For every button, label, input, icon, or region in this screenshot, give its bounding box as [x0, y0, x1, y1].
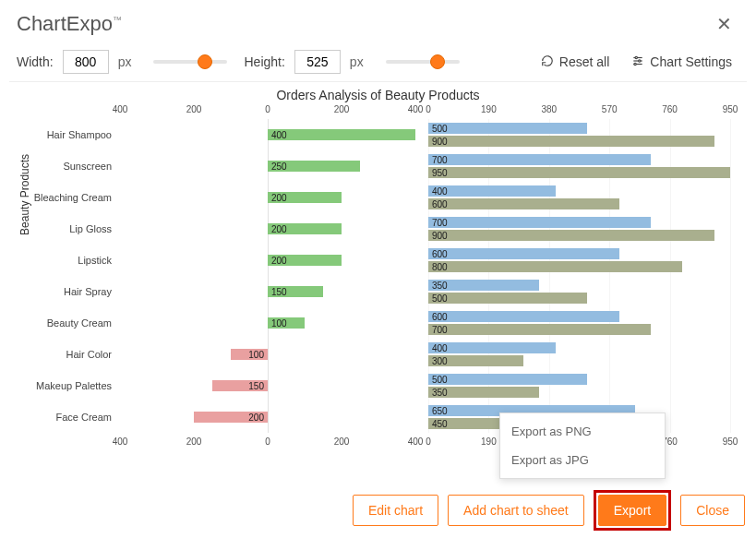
edit-chart-button[interactable]: Edit chart	[353, 495, 438, 526]
bar-value-label: 150	[271, 287, 287, 297]
left-bar: 150	[212, 380, 268, 391]
category-label: Hair Spray	[64, 286, 112, 297]
right-bar-blue: 350	[428, 280, 539, 291]
right-bar-blue: 400	[428, 185, 556, 197]
bar-value-label: 500	[432, 375, 448, 385]
right-bar-blue: 500	[428, 374, 587, 385]
dimensions-toolbar: Width: px Height: px Reset all Chart Set…	[0, 44, 756, 81]
svg-point-4	[639, 59, 641, 61]
width-input[interactable]	[63, 50, 109, 74]
bar-value-label: 150	[248, 381, 264, 391]
bar-value-label: 200	[271, 224, 287, 234]
left-panel: 4002000200400 4002000200400 400250200200…	[120, 119, 415, 433]
left-bar: 200	[268, 255, 342, 266]
category-label: Lipstick	[78, 255, 112, 266]
left-bar: 200	[268, 223, 342, 234]
close-icon[interactable]: ✕	[709, 9, 739, 39]
axis-tick: 950	[723, 104, 738, 114]
axis-tick: 570	[602, 104, 618, 114]
bar-value-label: 200	[271, 256, 287, 266]
close-button[interactable]: Close	[680, 495, 745, 526]
right-bar-blue: 700	[428, 154, 651, 165]
bar-value-label: 900	[432, 137, 448, 147]
settings-label: Chart Settings	[650, 54, 732, 69]
axis-tick: 200	[186, 104, 202, 114]
category-label: Sunscreen	[63, 161, 112, 172]
bar-value-label: 700	[432, 325, 448, 335]
axis-tick: 760	[662, 104, 678, 114]
width-label: Width:	[17, 54, 54, 69]
bar-value-label: 400	[432, 343, 448, 353]
height-input[interactable]	[294, 50, 341, 74]
bar-value-label: 600	[432, 249, 448, 259]
bar-value-label: 700	[432, 155, 448, 165]
axis-tick: 950	[723, 436, 738, 447]
add-chart-button[interactable]: Add chart to sheet	[448, 495, 584, 526]
export-png-option[interactable]: Export as PNG	[500, 417, 665, 446]
bar-value-label: 400	[432, 186, 448, 197]
bar-value-label: 900	[432, 231, 448, 241]
bar-value-label: 650	[432, 406, 448, 416]
bar-value-label: 100	[248, 350, 264, 360]
svg-point-5	[634, 63, 636, 65]
right-bar-olive: 900	[428, 230, 714, 241]
bar-value-label: 250	[271, 161, 287, 172]
reset-button[interactable]: Reset all	[534, 51, 617, 74]
right-bar-olive: 600	[428, 198, 619, 209]
bar-value-label: 800	[432, 262, 448, 272]
axis-tick: 400	[408, 436, 424, 447]
right-bar-blue: 600	[428, 248, 619, 259]
category-label: Lip Gloss	[69, 223, 112, 234]
left-bar: 150	[268, 286, 323, 297]
bar-value-label: 200	[271, 193, 287, 203]
right-bar-olive: 300	[428, 355, 523, 366]
axis-tick: 190	[481, 104, 497, 114]
category-label: Beauty Cream	[47, 317, 112, 329]
axis-tick: 0	[265, 104, 270, 114]
bar-value-label: 600	[432, 199, 448, 209]
export-jpg-option[interactable]: Export as JPG	[500, 446, 665, 474]
height-unit: px	[350, 54, 364, 69]
axis-tick: 190	[481, 436, 497, 447]
axis-tick: 400	[408, 104, 424, 114]
height-slider[interactable]	[386, 60, 460, 64]
right-bar-olive: 350	[428, 387, 539, 398]
right-bar-olive: 800	[428, 261, 682, 272]
bar-value-label: 300	[432, 356, 448, 366]
brand-tm: ™	[113, 15, 122, 25]
reset-label: Reset all	[559, 54, 609, 69]
right-bar-blue: 700	[428, 217, 651, 228]
bar-value-label: 350	[432, 281, 448, 291]
export-menu: Export as PNG Export as JPG	[499, 412, 666, 479]
bar-value-label: 350	[432, 388, 448, 398]
category-label: Makeup Palettes	[36, 380, 112, 391]
svg-point-3	[635, 56, 637, 58]
bar-value-label: 100	[271, 318, 287, 329]
left-bar: 200	[268, 192, 342, 203]
chart-area: Orders Analysis of Beauty Products Beaut…	[9, 81, 747, 450]
width-slider[interactable]	[153, 60, 227, 64]
left-bar: 200	[194, 412, 268, 423]
bar-value-label: 450	[432, 419, 448, 429]
right-bar-blue: 400	[428, 342, 556, 353]
axis-tick: 0	[265, 436, 270, 447]
refresh-icon	[541, 54, 554, 70]
height-label: Height:	[244, 54, 284, 69]
axis-tick: 380	[541, 104, 557, 114]
bar-value-label: 500	[432, 124, 448, 134]
right-bar-blue: 600	[428, 311, 619, 322]
category-labels: Hair ShampooSunscreenBleaching CreamLip …	[11, 119, 117, 433]
axis-tick: 400	[113, 104, 128, 114]
category-label: Hair Color	[66, 349, 112, 360]
export-button[interactable]: Export	[598, 495, 666, 526]
chart-settings-button[interactable]: Chart Settings	[624, 51, 739, 74]
brand-name: ChartExpo	[17, 12, 113, 35]
right-bar-olive: 500	[428, 293, 587, 304]
bar-value-label: 200	[248, 412, 264, 423]
right-bar-olive: 900	[428, 136, 714, 147]
right-bar-olive: 700	[428, 324, 651, 335]
bar-value-label: 400	[271, 130, 287, 140]
bottom-toolbar: Edit chart Add chart to sheet Export Clo…	[353, 490, 745, 531]
left-bar: 100	[231, 349, 268, 360]
right-bar-olive: 950	[428, 167, 730, 178]
